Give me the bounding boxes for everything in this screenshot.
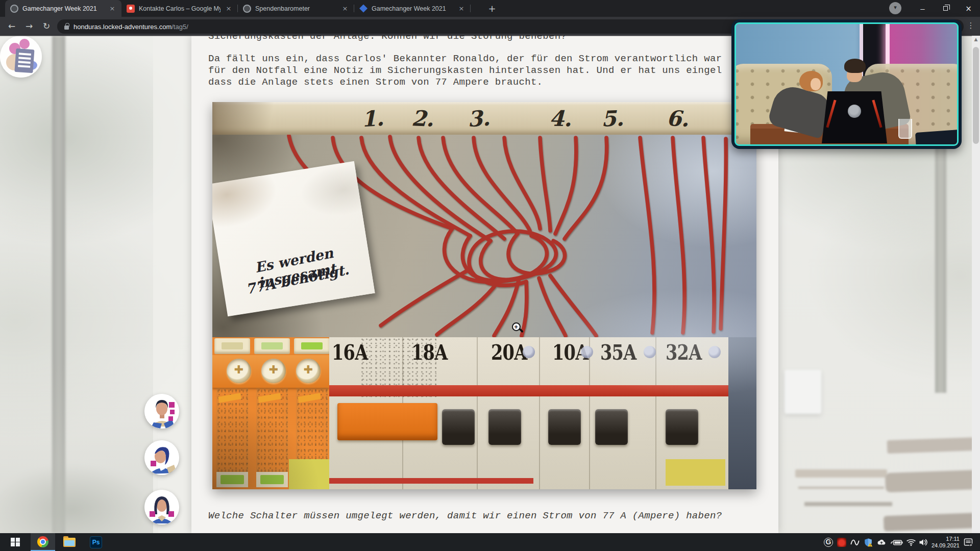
- scrollbar-up-arrow[interactable]: ▲: [972, 37, 980, 42]
- page-scrollbar[interactable]: ▲: [972, 36, 980, 533]
- cap-window: [222, 342, 243, 349]
- note-paper: Es werden insgesamt 77A benötigt.: [212, 161, 375, 316]
- volume-icon[interactable]: [917, 533, 930, 551]
- laptop-logo: [848, 105, 861, 118]
- taskbar-clock[interactable]: 17:11 24.09.2021: [930, 533, 960, 551]
- browser-tab[interactable]: Spendenbarometer×: [238, 0, 354, 17]
- g-glyph: G: [824, 538, 833, 547]
- avatar[interactable]: [144, 394, 179, 429]
- tab-title: Gamechanger Week 2021: [22, 5, 104, 12]
- taskbar-chrome-button[interactable]: [31, 533, 55, 551]
- base-yellow-block: [666, 459, 725, 486]
- breaker-toggle[interactable]: [595, 409, 628, 445]
- security-shield-icon[interactable]: [862, 533, 875, 551]
- breaker-toggle[interactable]: [488, 409, 521, 445]
- browser-tab[interactable]: Gamechanger Week 2021×: [354, 0, 471, 17]
- browser-tab[interactable]: Kontakte Carlos – Google My Ma×: [121, 0, 238, 17]
- breaker-amp-label: 18A: [411, 340, 447, 365]
- cloud-glyph: [876, 537, 887, 548]
- content-column: Sicherungskasten der Anlage. Können wir …: [191, 36, 778, 533]
- tab-strip: Gamechanger Week 2021×Kontakte Carlos – …: [5, 0, 471, 17]
- slot-number: 1.: [361, 106, 384, 132]
- browser-tab[interactable]: Gamechanger Week 2021×: [5, 0, 121, 17]
- breaker-screw: [708, 346, 721, 358]
- fuse-cap: [294, 338, 330, 354]
- avatar[interactable]: [144, 490, 179, 524]
- story-line: für den Notfall eine Notiz im Sicherungs…: [208, 65, 722, 76]
- dark-pouch: [915, 130, 959, 146]
- slot-number: 2.: [411, 106, 434, 132]
- notification-glyph: [963, 537, 973, 547]
- breaker-screw: [644, 346, 656, 358]
- slot-number: 3.: [467, 106, 491, 132]
- dragon-glyph: [837, 538, 846, 547]
- yellow-base-strip: [289, 459, 329, 489]
- logitech-g-icon[interactable]: G: [822, 533, 835, 551]
- story-line-clipped: Sicherungskasten der Anlage. Können wir …: [208, 36, 567, 42]
- wifi-glyph: [906, 538, 916, 547]
- story-line: Da fällt uns ein, dass Carlos' Bekannter…: [208, 53, 722, 64]
- magnifier-handle: [519, 328, 524, 333]
- fuse-module-stripe: [256, 388, 288, 472]
- breaker-amp-label: 20A: [491, 340, 527, 365]
- windows-logo-icon: [11, 538, 20, 547]
- reload-button[interactable]: ↻: [40, 20, 53, 33]
- indicator-window: [256, 472, 288, 487]
- man-hair: [844, 59, 866, 73]
- red-stripe: [329, 385, 728, 396]
- new-tab-button[interactable]: +: [486, 3, 498, 15]
- base-red-line: [329, 478, 533, 484]
- media-controls-button[interactable]: ▾: [889, 2, 901, 14]
- speaker-glyph: [918, 538, 928, 547]
- cap-window: [261, 342, 283, 349]
- tab-close-icon[interactable]: ×: [108, 5, 116, 13]
- orange-switch-block[interactable]: [337, 403, 437, 440]
- water-glass: [898, 119, 912, 139]
- restore-icon: [943, 6, 948, 11]
- clock-time: 17:11: [930, 536, 960, 542]
- tab-close-icon[interactable]: ×: [341, 5, 349, 13]
- window-restore-button[interactable]: [934, 0, 957, 17]
- fusebox-breaker-band: 16A18A20A10A35A32A: [212, 337, 756, 489]
- forward-button[interactable]: →: [22, 20, 36, 33]
- breaker-amp-label: 16A: [332, 340, 368, 365]
- breaker-seam: [655, 337, 656, 489]
- window-minimize-button[interactable]: –: [911, 0, 934, 17]
- breaker-toggle[interactable]: [548, 409, 581, 445]
- wave-app-icon[interactable]: [848, 533, 862, 551]
- avatar[interactable]: [144, 440, 179, 475]
- scrollbar-thumb[interactable]: [973, 47, 979, 144]
- action-center-icon[interactable]: [962, 533, 975, 551]
- breaker-amp-label: 35A: [600, 340, 636, 365]
- webcam-video-overlay[interactable]: [731, 19, 962, 149]
- tab-title: Gamechanger Week 2021: [372, 5, 453, 12]
- clock-date: 24.09.2021: [930, 542, 960, 549]
- fuse-module-stripe: [216, 388, 248, 472]
- tab-close-icon[interactable]: ×: [457, 5, 465, 13]
- slot-number: 6.: [666, 106, 690, 132]
- fusebox-photo[interactable]: 1.2.3.4.5.6. Es werden insgesamt 77A ben…: [212, 102, 756, 489]
- onedrive-icon[interactable]: [875, 533, 888, 551]
- url-path: /tag5/: [172, 23, 188, 31]
- slot-number: 5.: [601, 106, 624, 132]
- battery-icon[interactable]: [889, 533, 904, 551]
- woman-face: [811, 78, 821, 90]
- taskbar-explorer-button[interactable]: [57, 533, 82, 551]
- breaker-row: 16A18A20A10A35A32A: [329, 337, 728, 489]
- window-close-button[interactable]: ×: [957, 0, 980, 17]
- browser-menu-icon[interactable]: ⋮: [966, 21, 976, 32]
- taskbar-photoshop-button[interactable]: Ps: [84, 533, 108, 551]
- back-button[interactable]: ←: [5, 20, 18, 33]
- breaker-amp-label: 32A: [666, 340, 701, 365]
- lock-icon: [64, 26, 69, 30]
- start-button[interactable]: [3, 533, 28, 551]
- wave-glyph: [850, 537, 860, 547]
- tab-close-icon[interactable]: ×: [225, 5, 233, 13]
- avatar-illustration: [144, 440, 179, 475]
- wifi-icon[interactable]: [904, 533, 918, 551]
- breaker-toggle[interactable]: [666, 409, 698, 445]
- avatar-illustration: [144, 490, 179, 524]
- breaker-toggle[interactable]: [442, 409, 475, 445]
- dragon-app-icon[interactable]: [835, 533, 848, 551]
- globe-icon: [10, 5, 18, 13]
